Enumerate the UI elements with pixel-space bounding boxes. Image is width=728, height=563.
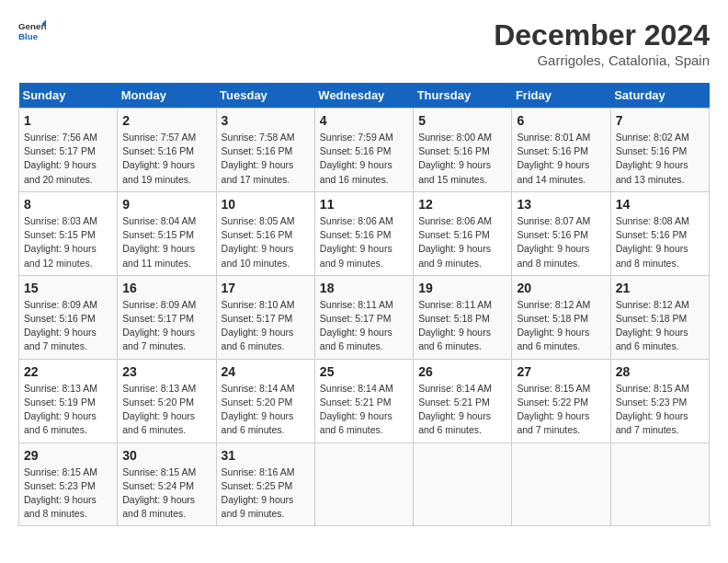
calendar-cell xyxy=(414,442,512,526)
day-info: Sunrise: 8:09 AMSunset: 5:17 PMDaylight:… xyxy=(122,298,210,354)
day-number: 22 xyxy=(24,364,112,379)
calendar-cell: 21Sunrise: 8:12 AMSunset: 5:18 PMDayligh… xyxy=(610,275,709,359)
calendar-cell: 26Sunrise: 8:14 AMSunset: 5:21 PMDayligh… xyxy=(414,359,512,442)
calendar-cell: 19Sunrise: 8:11 AMSunset: 5:18 PMDayligh… xyxy=(414,275,512,359)
day-info: Sunrise: 8:01 AMSunset: 5:16 PMDaylight:… xyxy=(517,131,605,187)
day-number: 13 xyxy=(517,197,605,212)
day-number: 23 xyxy=(122,364,210,379)
day-number: 21 xyxy=(616,281,704,295)
day-number: 18 xyxy=(320,281,408,295)
day-number: 6 xyxy=(517,113,605,128)
day-number: 16 xyxy=(122,281,210,295)
calendar-table: Sunday Monday Tuesday Wednesday Thursday… xyxy=(18,83,710,526)
title-block: December 2024 Garrigoles, Catalonia, Spa… xyxy=(494,18,710,68)
calendar-cell: 6Sunrise: 8:01 AMSunset: 5:16 PMDaylight… xyxy=(512,109,610,192)
calendar-cell xyxy=(314,442,413,526)
day-info: Sunrise: 8:08 AMSunset: 5:16 PMDaylight:… xyxy=(616,214,704,270)
day-info: Sunrise: 7:59 AMSunset: 5:16 PMDaylight:… xyxy=(320,131,408,187)
day-number: 30 xyxy=(122,448,210,463)
day-info: Sunrise: 8:05 AMSunset: 5:16 PMDaylight:… xyxy=(222,214,310,270)
page-title: December 2024 xyxy=(494,18,710,52)
day-info: Sunrise: 8:06 AMSunset: 5:16 PMDaylight:… xyxy=(418,214,506,270)
calendar-cell: 31Sunrise: 8:16 AMSunset: 5:25 PMDayligh… xyxy=(216,442,314,526)
calendar-cell: 2Sunrise: 7:57 AMSunset: 5:16 PMDaylight… xyxy=(118,109,216,192)
day-info: Sunrise: 8:06 AMSunset: 5:16 PMDaylight:… xyxy=(320,214,408,270)
day-number: 19 xyxy=(418,281,506,295)
day-number: 31 xyxy=(222,448,310,463)
day-number: 20 xyxy=(517,281,605,295)
day-number: 27 xyxy=(517,364,605,379)
calendar-cell: 30Sunrise: 8:15 AMSunset: 5:24 PMDayligh… xyxy=(118,442,216,526)
day-info: Sunrise: 8:11 AMSunset: 5:17 PMDaylight:… xyxy=(320,298,408,354)
col-sunday: Sunday xyxy=(19,83,118,109)
calendar-cell: 17Sunrise: 8:10 AMSunset: 5:17 PMDayligh… xyxy=(216,275,314,359)
calendar-row: 8Sunrise: 8:03 AMSunset: 5:15 PMDaylight… xyxy=(19,191,710,275)
day-info: Sunrise: 8:10 AMSunset: 5:17 PMDaylight:… xyxy=(222,298,310,354)
day-info: Sunrise: 8:15 AMSunset: 5:24 PMDaylight:… xyxy=(122,465,210,522)
logo: General Blue xyxy=(18,18,46,46)
day-info: Sunrise: 8:02 AMSunset: 5:16 PMDaylight:… xyxy=(616,131,704,187)
day-number: 7 xyxy=(616,113,704,128)
day-number: 14 xyxy=(616,197,704,212)
day-info: Sunrise: 7:56 AMSunset: 5:17 PMDaylight:… xyxy=(24,131,112,187)
day-info: Sunrise: 7:58 AMSunset: 5:16 PMDaylight:… xyxy=(222,131,310,187)
calendar-cell: 3Sunrise: 7:58 AMSunset: 5:16 PMDaylight… xyxy=(216,109,314,192)
day-number: 5 xyxy=(418,113,506,128)
calendar-row: 29Sunrise: 8:15 AMSunset: 5:23 PMDayligh… xyxy=(19,442,710,526)
day-info: Sunrise: 8:04 AMSunset: 5:15 PMDaylight:… xyxy=(122,214,210,270)
calendar-cell: 13Sunrise: 8:07 AMSunset: 5:16 PMDayligh… xyxy=(512,191,610,275)
calendar-cell: 20Sunrise: 8:12 AMSunset: 5:18 PMDayligh… xyxy=(512,275,610,359)
day-number: 12 xyxy=(418,197,506,212)
col-tuesday: Tuesday xyxy=(216,83,314,109)
day-info: Sunrise: 8:11 AMSunset: 5:18 PMDaylight:… xyxy=(418,298,506,354)
calendar-cell: 14Sunrise: 8:08 AMSunset: 5:16 PMDayligh… xyxy=(610,191,709,275)
day-info: Sunrise: 8:09 AMSunset: 5:16 PMDaylight:… xyxy=(24,298,112,354)
day-info: Sunrise: 8:12 AMSunset: 5:18 PMDaylight:… xyxy=(517,298,605,354)
calendar-cell: 25Sunrise: 8:14 AMSunset: 5:21 PMDayligh… xyxy=(314,359,413,442)
page-subtitle: Garrigoles, Catalonia, Spain xyxy=(494,52,710,68)
day-info: Sunrise: 8:16 AMSunset: 5:25 PMDaylight:… xyxy=(222,465,310,522)
col-monday: Monday xyxy=(118,83,216,109)
day-number: 9 xyxy=(122,197,210,212)
calendar-row: 1Sunrise: 7:56 AMSunset: 5:17 PMDaylight… xyxy=(19,109,710,192)
calendar-cell: 8Sunrise: 8:03 AMSunset: 5:15 PMDaylight… xyxy=(19,191,118,275)
day-number: 29 xyxy=(24,448,112,463)
day-info: Sunrise: 8:15 AMSunset: 5:23 PMDaylight:… xyxy=(616,382,704,438)
calendar-cell: 5Sunrise: 8:00 AMSunset: 5:16 PMDaylight… xyxy=(414,109,512,192)
day-number: 11 xyxy=(320,197,408,212)
day-number: 15 xyxy=(24,281,112,295)
day-info: Sunrise: 8:14 AMSunset: 5:21 PMDaylight:… xyxy=(418,382,506,438)
day-info: Sunrise: 8:15 AMSunset: 5:23 PMDaylight:… xyxy=(24,465,112,522)
calendar-body: 1Sunrise: 7:56 AMSunset: 5:17 PMDaylight… xyxy=(19,109,710,526)
day-number: 24 xyxy=(222,364,310,379)
calendar-cell xyxy=(512,442,610,526)
day-info: Sunrise: 7:57 AMSunset: 5:16 PMDaylight:… xyxy=(122,131,210,187)
calendar-cell: 9Sunrise: 8:04 AMSunset: 5:15 PMDaylight… xyxy=(118,191,216,275)
calendar-cell: 16Sunrise: 8:09 AMSunset: 5:17 PMDayligh… xyxy=(118,275,216,359)
page-header: General Blue December 2024 Garrigoles, C… xyxy=(18,18,710,68)
logo-icon: General Blue xyxy=(18,18,46,46)
calendar-cell xyxy=(610,442,709,526)
day-number: 4 xyxy=(320,113,408,128)
calendar-cell: 4Sunrise: 7:59 AMSunset: 5:16 PMDaylight… xyxy=(314,109,413,192)
calendar-cell: 18Sunrise: 8:11 AMSunset: 5:17 PMDayligh… xyxy=(314,275,413,359)
day-number: 8 xyxy=(24,197,112,212)
col-wednesday: Wednesday xyxy=(314,83,413,109)
day-number: 3 xyxy=(222,113,310,128)
calendar-cell: 15Sunrise: 8:09 AMSunset: 5:16 PMDayligh… xyxy=(19,275,118,359)
day-number: 28 xyxy=(616,364,704,379)
day-number: 2 xyxy=(122,113,210,128)
calendar-cell: 11Sunrise: 8:06 AMSunset: 5:16 PMDayligh… xyxy=(314,191,413,275)
day-number: 25 xyxy=(320,364,408,379)
day-info: Sunrise: 8:15 AMSunset: 5:22 PMDaylight:… xyxy=(517,382,605,438)
col-friday: Friday xyxy=(512,83,610,109)
day-info: Sunrise: 8:13 AMSunset: 5:19 PMDaylight:… xyxy=(24,382,112,438)
col-thursday: Thursday xyxy=(414,83,512,109)
calendar-cell: 23Sunrise: 8:13 AMSunset: 5:20 PMDayligh… xyxy=(118,359,216,442)
day-info: Sunrise: 8:13 AMSunset: 5:20 PMDaylight:… xyxy=(122,382,210,438)
calendar-row: 15Sunrise: 8:09 AMSunset: 5:16 PMDayligh… xyxy=(19,275,710,359)
col-saturday: Saturday xyxy=(610,83,709,109)
day-info: Sunrise: 8:12 AMSunset: 5:18 PMDaylight:… xyxy=(616,298,704,354)
calendar-cell: 29Sunrise: 8:15 AMSunset: 5:23 PMDayligh… xyxy=(19,442,118,526)
calendar-cell: 24Sunrise: 8:14 AMSunset: 5:20 PMDayligh… xyxy=(216,359,314,442)
